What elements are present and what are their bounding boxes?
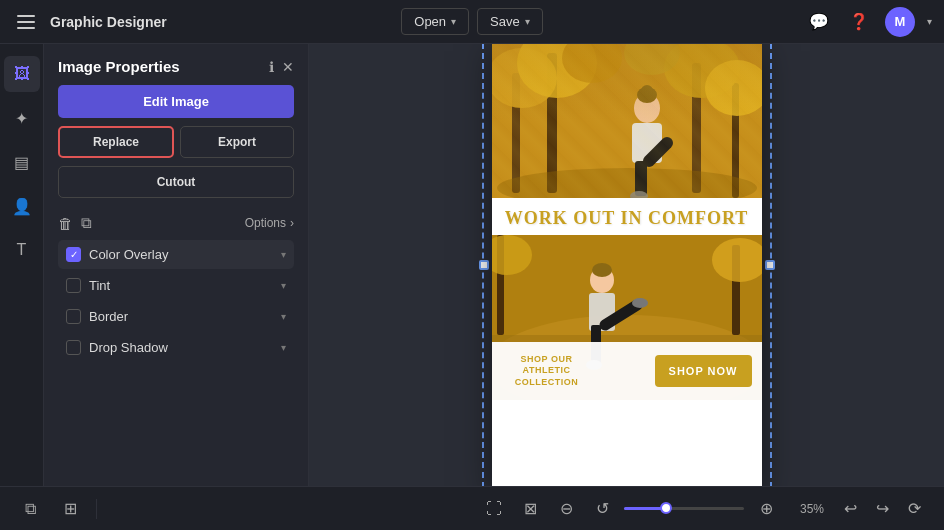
- zoom-out-icon[interactable]: ⊖: [552, 495, 580, 523]
- rail-text-icon[interactable]: T: [4, 232, 40, 268]
- undo-icon[interactable]: ↩: [836, 495, 864, 523]
- shop-now-button[interactable]: Shop Now: [655, 355, 752, 387]
- drop-shadow-checkbox[interactable]: [66, 340, 81, 355]
- svg-point-31: [632, 298, 648, 308]
- hamburger-icon: [17, 15, 35, 29]
- layers-icon[interactable]: ⧉: [16, 495, 44, 523]
- card-top-image: [492, 44, 762, 198]
- color-overlay-checkbox[interactable]: [66, 247, 81, 262]
- rail-images-icon[interactable]: 🖼: [4, 56, 40, 92]
- app-title: Graphic Designer: [50, 14, 167, 30]
- panel-info-button[interactable]: ℹ: [269, 59, 274, 75]
- zoom-controls: ⛶ ⊠ ⊖ ↺ ⊕ 35%: [480, 495, 824, 523]
- rail-people-icon[interactable]: 👤: [4, 188, 40, 224]
- panel-close-button[interactable]: ✕: [282, 59, 294, 75]
- save-label: Save: [490, 14, 520, 29]
- panel-header-icons: ℹ ✕: [269, 59, 294, 75]
- zoom-slider[interactable]: [624, 507, 744, 510]
- grid-icon[interactable]: ⊞: [56, 495, 84, 523]
- border-checkbox[interactable]: [66, 309, 81, 324]
- handle-mr[interactable]: [765, 260, 775, 270]
- replace-export-row: Replace Export: [58, 126, 294, 158]
- design-card-wrapper: Work Out In Comfort: [492, 44, 762, 486]
- topbar: Graphic Designer Open ▾ Save ▾ 💬 ❓ M ▾: [0, 0, 944, 44]
- save-chevron-icon: ▾: [525, 16, 530, 27]
- svg-rect-0: [492, 44, 762, 198]
- options-chevron-icon: ›: [290, 216, 294, 230]
- tint-label: Tint: [89, 278, 273, 293]
- options-button[interactable]: Options ›: [245, 216, 294, 230]
- options-row: 🗑 ⧉ Options ›: [44, 210, 308, 240]
- svg-rect-15: [632, 123, 662, 163]
- topbar-center: Open ▾ Save ▾: [401, 8, 542, 35]
- tint-checkbox[interactable]: [66, 278, 81, 293]
- topbar-left: Graphic Designer: [12, 8, 401, 36]
- svg-point-18: [630, 191, 648, 198]
- svg-point-9: [705, 60, 762, 116]
- panel-title: Image Properties: [58, 58, 180, 75]
- card-headline: Work Out In Comfort: [500, 208, 754, 230]
- open-button[interactable]: Open ▾: [401, 8, 469, 35]
- card-cta-area: Shop Our Athletic Collection Shop Now: [492, 342, 762, 400]
- drop-shadow-chevron-icon: ▾: [281, 342, 286, 353]
- svg-point-13: [637, 87, 657, 103]
- options-label: Options: [245, 216, 286, 230]
- color-overlay-chevron-icon: ▾: [281, 249, 286, 260]
- card-title-area: Work Out In Comfort: [492, 198, 762, 236]
- panel-header: Image Properties ℹ ✕: [44, 44, 308, 85]
- zoom-label: 35%: [788, 502, 824, 516]
- menu-button[interactable]: [12, 8, 40, 36]
- chat-button[interactable]: 💬: [805, 8, 833, 36]
- svg-line-17: [649, 143, 667, 161]
- color-overlay-row[interactable]: Color Overlay ▾: [58, 240, 294, 269]
- border-row[interactable]: Border ▾: [58, 302, 294, 331]
- zoom-in-icon[interactable]: ⊕: [752, 495, 780, 523]
- svg-point-10: [624, 44, 680, 75]
- replace-button[interactable]: Replace: [58, 126, 174, 158]
- svg-point-14: [641, 85, 653, 97]
- open-chevron-icon: ▾: [451, 16, 456, 27]
- save-button[interactable]: Save ▾: [477, 8, 543, 35]
- svg-point-5: [492, 48, 557, 108]
- svg-point-6: [517, 44, 597, 98]
- rail-elements-icon[interactable]: ▤: [4, 144, 40, 180]
- svg-point-11: [497, 168, 757, 198]
- fit-selection-icon[interactable]: ⊠: [516, 495, 544, 523]
- svg-rect-1: [512, 73, 520, 193]
- redo-icon[interactable]: ↪: [868, 495, 896, 523]
- svg-rect-4: [732, 83, 739, 198]
- border-label: Border: [89, 309, 273, 324]
- rail-shapes-icon[interactable]: ✦: [4, 100, 40, 136]
- svg-rect-2: [547, 53, 557, 193]
- duplicate-icon[interactable]: ⧉: [81, 214, 92, 232]
- avatar-chevron-icon: ▾: [927, 16, 932, 27]
- zoom-reset-icon[interactable]: ↺: [588, 495, 616, 523]
- open-label: Open: [414, 14, 446, 29]
- canvas-area[interactable]: Work Out In Comfort: [309, 44, 944, 486]
- handle-ml[interactable]: [479, 260, 489, 270]
- design-card: Work Out In Comfort: [492, 44, 762, 486]
- card-bottom-image: Shop Our Athletic Collection Shop Now: [492, 235, 762, 400]
- fit-page-icon[interactable]: ⛶: [480, 495, 508, 523]
- help-button[interactable]: ❓: [845, 8, 873, 36]
- separator-1: [96, 499, 97, 519]
- history-icon[interactable]: ⟳: [900, 495, 928, 523]
- avatar[interactable]: M: [885, 7, 915, 37]
- edit-image-button[interactable]: Edit Image: [58, 85, 294, 118]
- cutout-button[interactable]: Cutout: [58, 166, 294, 198]
- export-button[interactable]: Export: [180, 126, 294, 158]
- svg-point-7: [562, 44, 622, 83]
- zoom-thumb[interactable]: [660, 502, 672, 514]
- properties-panel: Image Properties ℹ ✕ Edit Image Replace …: [44, 44, 309, 486]
- tint-row[interactable]: Tint ▾: [58, 271, 294, 300]
- border-chevron-icon: ▾: [281, 311, 286, 322]
- drop-shadow-row[interactable]: Drop Shadow ▾: [58, 333, 294, 362]
- svg-point-12: [634, 93, 660, 123]
- svg-point-27: [592, 263, 612, 277]
- trash-icon[interactable]: 🗑: [58, 215, 73, 232]
- card-top-svg: [492, 44, 762, 198]
- card-sub-text: Shop Our Athletic Collection: [502, 354, 592, 389]
- main: 🖼 ✦ ▤ 👤 T Image Properties ℹ ✕ Edit Imag…: [0, 44, 944, 486]
- bottombar: ⧉ ⊞ ⛶ ⊠ ⊖ ↺ ⊕ 35% ↩ ↪ ⟳: [0, 486, 944, 530]
- topbar-right: 💬 ❓ M ▾: [543, 7, 932, 37]
